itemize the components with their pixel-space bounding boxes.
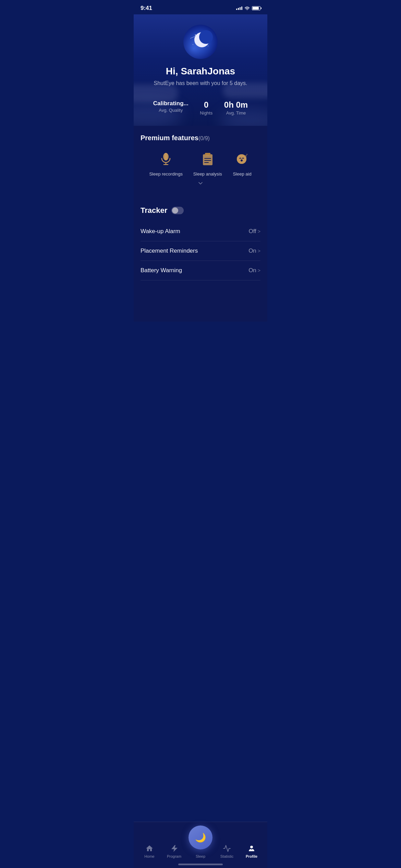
- status-bar: 9:41: [134, 0, 267, 14]
- placement-reminders-row[interactable]: Placement Reminders On >: [141, 241, 260, 261]
- clipboard-icon: [198, 149, 217, 168]
- svg-point-4: [195, 35, 196, 36]
- wakeup-alarm-chevron: >: [258, 229, 260, 234]
- wifi-icon: [244, 6, 250, 11]
- premium-features-title: Premium features(0/9): [141, 134, 260, 142]
- tracker-section: Tracker Wake-up Alarm Off > Placement Re…: [134, 199, 267, 280]
- battery-warning-row[interactable]: Battery Warning On >: [141, 261, 260, 280]
- tracker-header: Tracker: [141, 206, 260, 215]
- battery-warning-label: Battery Warning: [141, 267, 182, 274]
- feature-sleep-analysis[interactable]: Sleep analysis: [193, 149, 222, 177]
- nights-value: 0: [200, 100, 212, 110]
- placement-reminders-chevron: >: [258, 248, 260, 254]
- subtitle-text: ShutEye has been with you for 5 days.: [141, 80, 260, 86]
- wakeup-alarm-value: Off >: [248, 228, 260, 235]
- status-time: 9:41: [141, 5, 152, 12]
- tracker-toggle-knob: [172, 207, 178, 214]
- stats-row: Calibrating... Avg. Quality 0 Nights 0h …: [141, 97, 260, 116]
- svg-rect-12: [203, 154, 212, 165]
- features-grid: Sleep recordings Sleep analysis: [141, 149, 260, 177]
- mic-icon: [156, 149, 175, 168]
- sleep-face-icon: Z z: [233, 149, 252, 168]
- signal-icon: [236, 7, 242, 10]
- svg-rect-9: [165, 153, 167, 160]
- avg-time-stat: 0h 0m Avg. Time: [224, 100, 248, 116]
- placement-reminders-label: Placement Reminders: [141, 248, 198, 254]
- battery-warning-value: On >: [248, 267, 260, 274]
- main-content: Premium features(0/9) Sleep recordings: [134, 126, 267, 322]
- greeting-text: Hi, SarahJonas: [141, 66, 260, 77]
- battery-icon: [252, 6, 260, 10]
- svg-rect-14: [205, 153, 210, 155]
- hero-section: Hi, SarahJonas ShutEye has been with you…: [134, 14, 267, 126]
- svg-point-6: [193, 44, 193, 45]
- feature-sleep-aid[interactable]: Z z Sleep aid: [233, 149, 252, 177]
- nights-label: Nights: [200, 110, 212, 116]
- svg-point-3: [199, 30, 213, 44]
- feature-sleep-recordings[interactable]: Sleep recordings: [149, 149, 183, 177]
- svg-point-5: [208, 46, 208, 46]
- battery-warning-chevron: >: [258, 268, 260, 273]
- sleep-recordings-label: Sleep recordings: [149, 171, 183, 177]
- wakeup-alarm-label: Wake-up Alarm: [141, 228, 180, 235]
- premium-features-section: Premium features(0/9) Sleep recordings: [134, 126, 267, 199]
- nights-stat: 0 Nights: [200, 100, 212, 116]
- svg-text:z: z: [246, 153, 247, 155]
- tracker-title: Tracker: [141, 206, 167, 215]
- avg-quality-value: Calibrating...: [153, 100, 189, 107]
- sleep-analysis-label: Sleep analysis: [193, 171, 222, 177]
- app-logo: [183, 25, 218, 59]
- sleep-aid-label: Sleep aid: [233, 171, 251, 177]
- avg-time-label: Avg. Time: [224, 110, 248, 116]
- avg-quality-stat: Calibrating... Avg. Quality: [153, 100, 189, 116]
- avg-time-value: 0h 0m: [224, 100, 248, 110]
- expand-features-button[interactable]: [141, 177, 260, 194]
- tracker-toggle[interactable]: [171, 207, 184, 214]
- avg-quality-label: Avg. Quality: [153, 108, 189, 113]
- wakeup-alarm-row[interactable]: Wake-up Alarm Off >: [141, 222, 260, 241]
- status-icons: [236, 6, 260, 11]
- placement-reminders-value: On >: [248, 248, 260, 254]
- svg-point-20: [241, 159, 243, 161]
